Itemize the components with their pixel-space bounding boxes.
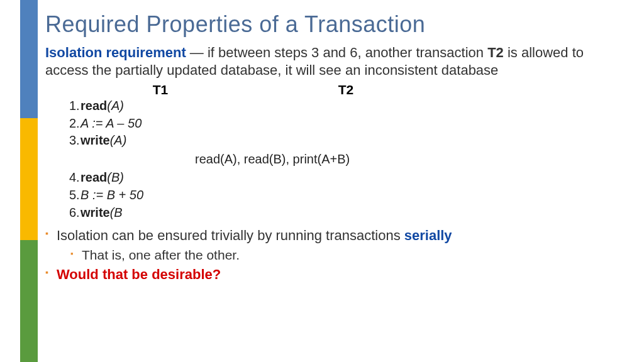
column-headers: T1 T2 — [69, 82, 625, 97]
step-text: A := A – 50 — [80, 116, 142, 130]
step-arg: (A) — [110, 133, 127, 147]
t2-interleaved: read(A), read(B), print(A+B) — [195, 151, 625, 168]
slide-content: Required Properties of a Transaction Iso… — [45, 11, 625, 287]
steps-list: 1.read(A) 2.A := A – 50 3.write(A) read(… — [69, 97, 625, 221]
step-3: 3.write(A) — [69, 132, 625, 150]
accent-bar-yellow — [20, 118, 38, 240]
step-op: write — [80, 133, 110, 147]
intro-sep: — — [186, 45, 208, 60]
step-num: 6. — [69, 204, 80, 222]
bullet-serially: serially — [404, 228, 452, 243]
step-2: 2.A := A – 50 — [69, 115, 625, 133]
bullet-isolation: Isolation can be ensured trivially by ru… — [45, 226, 625, 245]
bullet-question: Would that be desirable? — [45, 265, 625, 284]
step-op: read — [80, 170, 107, 184]
bullet-text-pre: Isolation can be ensured trivially by ru… — [57, 228, 404, 243]
step-num: 3. — [69, 132, 80, 150]
bullet-list: Isolation can be ensured trivially by ru… — [45, 226, 625, 283]
step-num: 2. — [69, 115, 80, 133]
bullet-sub: That is, one after the other. — [70, 248, 625, 263]
intro-lead: Isolation requirement — [45, 45, 186, 60]
transaction-columns: T1 T2 1.read(A) 2.A := A – 50 3.write(A)… — [69, 82, 625, 221]
intro-paragraph: Isolation requirement — if between steps… — [45, 44, 625, 79]
step-4: 4.read(B) — [69, 169, 625, 187]
col-header-t1: T1 — [69, 82, 252, 97]
slide-title: Required Properties of a Transaction — [45, 11, 625, 38]
accent-bar-blue — [20, 0, 38, 118]
step-num: 5. — [69, 187, 80, 204]
col-header-t2: T2 — [252, 82, 440, 97]
accent-sidebar — [0, 0, 38, 362]
intro-rest1: if between steps 3 and 6, another transa… — [208, 45, 487, 60]
step-text: B := B + 50 — [80, 188, 143, 202]
step-6: 6.write(B — [69, 204, 625, 222]
bullet-question-text: Would that be desirable? — [57, 266, 221, 282]
step-arg: (B — [110, 206, 123, 219]
intro-t2: T2 — [487, 45, 504, 60]
accent-bar-green — [20, 240, 38, 362]
step-op: write — [80, 206, 110, 219]
step-op: read — [80, 99, 107, 112]
step-1: 1.read(A) — [69, 97, 625, 115]
step-5: 5.B := B + 50 — [69, 187, 625, 204]
step-arg: (A) — [107, 99, 124, 112]
step-arg: (B) — [107, 170, 124, 184]
step-num: 4. — [69, 169, 80, 187]
step-num: 1. — [69, 97, 80, 115]
